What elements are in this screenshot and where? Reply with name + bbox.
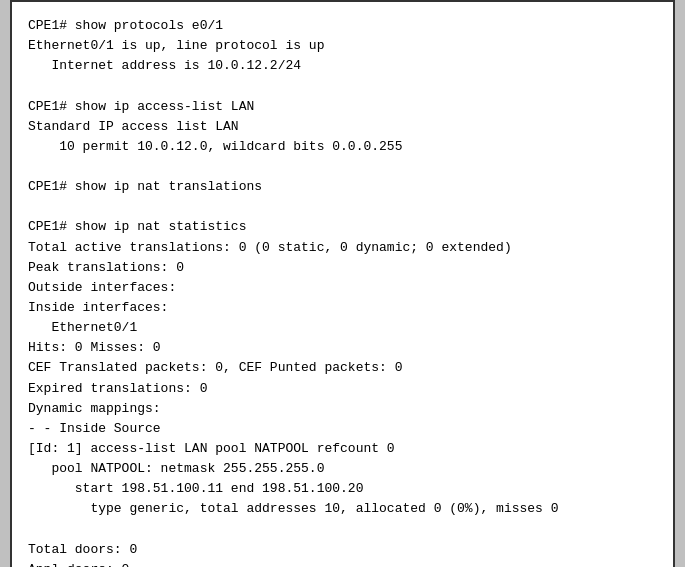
terminal-line: Expired translations: 0: [28, 379, 657, 399]
terminal-line: Ethernet0/1 is up, line protocol is up: [28, 36, 657, 56]
terminal-window: CPE1# show protocols e0/1Ethernet0/1 is …: [10, 0, 675, 567]
terminal-line: Ethernet0/1: [28, 318, 657, 338]
terminal-line: CEF Translated packets: 0, CEF Punted pa…: [28, 358, 657, 378]
terminal-output: CPE1# show protocols e0/1Ethernet0/1 is …: [28, 16, 657, 567]
terminal-line: 10 permit 10.0.12.0, wildcard bits 0.0.0…: [28, 137, 657, 157]
terminal-line: Inside interfaces:: [28, 298, 657, 318]
terminal-line: [28, 157, 657, 177]
terminal-line: Total doors: 0: [28, 540, 657, 560]
terminal-line: Appl doors: 0: [28, 560, 657, 567]
terminal-line: [28, 520, 657, 540]
terminal-line: CPE1# show ip nat statistics: [28, 217, 657, 237]
terminal-line: Total active translations: 0 (0 static, …: [28, 238, 657, 258]
terminal-line: start 198.51.100.11 end 198.51.100.20: [28, 479, 657, 499]
terminal-line: Dynamic mappings:: [28, 399, 657, 419]
terminal-line: - - Inside Source: [28, 419, 657, 439]
terminal-line: pool NATPOOL: netmask 255.255.255.0: [28, 459, 657, 479]
terminal-line: CPE1# show ip access-list LAN: [28, 97, 657, 117]
terminal-line: Outside interfaces:: [28, 278, 657, 298]
terminal-line: [Id: 1] access-list LAN pool NATPOOL ref…: [28, 439, 657, 459]
terminal-line: CPE1# show protocols e0/1: [28, 16, 657, 36]
terminal-line: [28, 197, 657, 217]
terminal-line: Standard IP access list LAN: [28, 117, 657, 137]
terminal-line: type generic, total addresses 10, alloca…: [28, 499, 657, 519]
terminal-line: Hits: 0 Misses: 0: [28, 338, 657, 358]
terminal-line: CPE1# show ip nat translations: [28, 177, 657, 197]
terminal-line: [28, 76, 657, 96]
terminal-line: Peak translations: 0: [28, 258, 657, 278]
terminal-line: Internet address is 10.0.12.2/24: [28, 56, 657, 76]
